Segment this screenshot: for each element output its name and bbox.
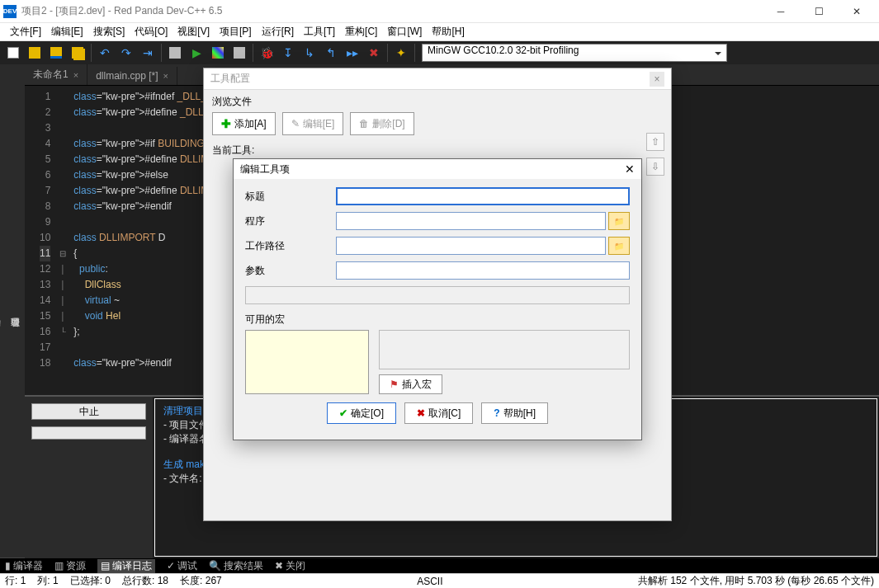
stop-debug-button[interactable]: ✖: [364, 44, 384, 62]
bottab-resource[interactable]: ▥资源: [54, 559, 86, 573]
bottab-search[interactable]: 🔍搜索结果: [209, 559, 263, 573]
macro-list[interactable]: [245, 330, 369, 394]
save-all-button[interactable]: [68, 44, 87, 62]
compile-button[interactable]: [165, 44, 185, 62]
stop-button[interactable]: 中止: [31, 403, 146, 420]
help-button[interactable]: ?帮助[H]: [481, 402, 548, 424]
bottab-compile-log[interactable]: ▤编译日志: [97, 559, 155, 573]
insert-macro-button[interactable]: ⚑插入宏: [379, 374, 442, 394]
profiler-button[interactable]: ✦: [391, 44, 411, 62]
edit-button[interactable]: ✎编辑[E]: [282, 112, 344, 135]
status-row: 行: 1: [5, 574, 26, 588]
close-icon[interactable]: ×: [163, 71, 168, 81]
back-button[interactable]: ↶: [95, 44, 115, 62]
menu-help[interactable]: 帮助[H]: [427, 23, 469, 40]
menu-view[interactable]: 视图[V]: [172, 23, 215, 40]
edit-tool-dialog: 编辑工具项 ✕ 标题 程序 📁 工作路径 📁 参数 可用的宏 ⚑插入宏: [233, 158, 642, 440]
menu-project[interactable]: 项目[P]: [215, 23, 257, 40]
menu-tools[interactable]: 工具[T]: [299, 23, 340, 40]
close-icon[interactable]: ×: [650, 72, 664, 87]
menu-file[interactable]: 文件[F]: [5, 23, 46, 40]
status-col: 列: 1: [37, 574, 58, 588]
debug-button[interactable]: 🐞: [257, 44, 276, 62]
bottab-close[interactable]: ✖关闭: [275, 559, 305, 573]
workdir-label: 工作路径: [245, 239, 336, 253]
bottab-compiler[interactable]: ▮编译器: [5, 559, 43, 573]
move-up-button[interactable]: ⇧: [646, 133, 664, 151]
step-over-button[interactable]: ↧: [278, 44, 298, 62]
tab-unnamed1[interactable]: 未命名1×: [25, 64, 87, 85]
program-label: 程序: [245, 214, 336, 228]
current-tools-label: 当前工具:: [212, 143, 663, 158]
move-down-button[interactable]: ⇩: [646, 158, 664, 176]
menu-run[interactable]: 运行[R]: [257, 23, 299, 40]
compiler-select[interactable]: MinGW GCC10.2.0 32-bit Profiling: [422, 44, 727, 62]
title-input[interactable]: [336, 187, 630, 205]
toolcfg-title: 工具配置: [210, 72, 250, 86]
workdir-input[interactable]: [336, 237, 606, 255]
browse-program-button[interactable]: 📁: [608, 212, 630, 230]
cancel-button[interactable]: ✖取消[C]: [404, 402, 473, 424]
progress-bar: [31, 426, 146, 440]
delete-button[interactable]: 🗑删除[D]: [350, 112, 414, 135]
title-label: 标题: [245, 190, 336, 204]
status-total: 总行数: 18: [122, 574, 168, 588]
status-len: 长度: 267: [180, 574, 222, 588]
app-icon: DEV: [3, 5, 17, 18]
titlebar: DEV 项目2 - [项目2.dev] - Red Panda Dev-C++ …: [0, 0, 879, 23]
window-title: 项目2 - [项目2.dev] - Red Panda Dev-C++ 6.5: [21, 4, 762, 18]
macros-label: 可用的宏: [245, 313, 630, 327]
run-button[interactable]: ▶: [187, 44, 206, 62]
status-sel: 已选择: 0: [70, 574, 111, 588]
menu-code[interactable]: 代码[O]: [130, 23, 172, 40]
save-button[interactable]: [46, 44, 66, 62]
step-into-button[interactable]: ↳: [300, 44, 319, 62]
close-icon[interactable]: ×: [73, 70, 78, 80]
program-input[interactable]: [336, 212, 606, 230]
toolbar: ↶ ↷ ⇥ ▶ 🐞 ↧ ↳ ↰ ▸▸ ✖ ✦ MinGW GCC10.2.0 3…: [0, 41, 879, 64]
args-label: 参数: [245, 264, 336, 278]
bottom-tabs: ▮编译器 ▥资源 ▤编译日志 ✓调试 🔍搜索结果 ✖关闭: [0, 558, 879, 573]
compile-run-button[interactable]: [208, 44, 228, 62]
add-button[interactable]: ✚添加[A]: [212, 112, 276, 135]
open-button[interactable]: [25, 44, 45, 62]
args-input[interactable]: [336, 261, 630, 280]
indent-button[interactable]: ⇥: [138, 44, 158, 62]
continue-button[interactable]: ▸▸: [343, 44, 362, 62]
rebuild-button[interactable]: [229, 44, 249, 62]
close-button[interactable]: ✕: [838, 0, 876, 23]
menu-refactor[interactable]: 重构[C]: [340, 23, 382, 40]
side-tabs: 项目管理 结构 监视 文件: [0, 64, 25, 558]
forward-button[interactable]: ↷: [116, 44, 136, 62]
minimize-button[interactable]: ─: [762, 0, 800, 23]
menu-window[interactable]: 窗口[W]: [382, 23, 427, 40]
side-tab-project[interactable]: 项目管理: [6, 64, 25, 558]
step-out-button[interactable]: ↰: [321, 44, 341, 62]
menu-search[interactable]: 搜索[S]: [88, 23, 130, 40]
macro-output: [379, 330, 630, 369]
status-bar: 行: 1 列: 1 已选择: 0 总行数: 18 长度: 267 ASCII 共…: [0, 573, 879, 588]
browse-files-label: 浏览文件: [212, 95, 663, 109]
editdlg-title: 编辑工具项: [240, 162, 290, 176]
tab-dllmain[interactable]: dllmain.cpp [*]×: [87, 67, 177, 85]
menu-edit[interactable]: 编辑[E]: [46, 23, 88, 40]
ok-button[interactable]: ✔确定[O]: [327, 402, 396, 424]
status-msg: 共解析 152 个文件, 用时 5.703 秒 (每秒 26.65 个文件): [638, 574, 874, 588]
menubar: 文件[F] 编辑[E] 搜索[S] 代码[O] 视图[V] 项目[P] 运行[R…: [0, 23, 879, 41]
status-enc: ASCII: [417, 576, 442, 587]
new-file-button[interactable]: [3, 44, 23, 62]
close-icon[interactable]: ✕: [625, 162, 635, 176]
bottab-debug[interactable]: ✓调试: [167, 559, 197, 573]
preview-field: [245, 286, 630, 304]
maximize-button[interactable]: ☐: [800, 0, 838, 23]
browse-workdir-button[interactable]: 📁: [608, 237, 630, 255]
side-tab-structure[interactable]: 结构: [0, 64, 6, 558]
